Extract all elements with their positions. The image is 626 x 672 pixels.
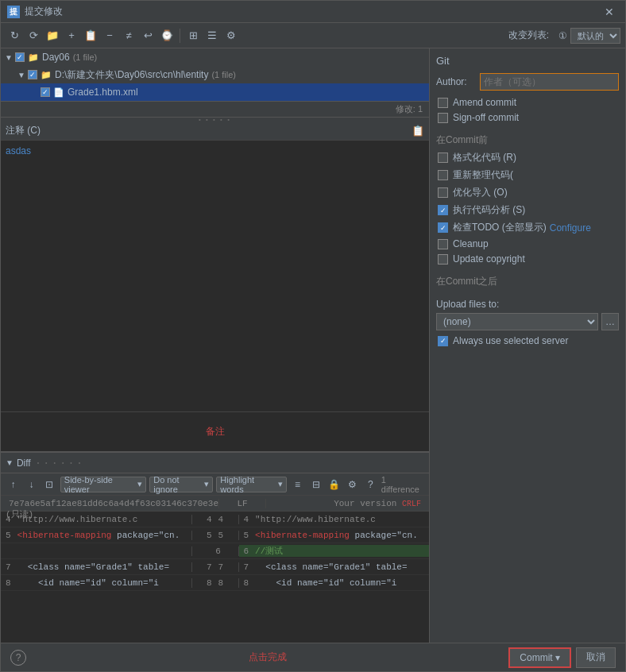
titlebar: 提 提交修改 ✕ — [1, 1, 625, 23]
tree-count-path: (1 file) — [211, 70, 236, 79]
commit-msg-label: 注释 (C) — [6, 124, 41, 137]
help-diff-icon[interactable]: ? — [363, 477, 378, 492]
main-content: ▼ ✓ 📁 Day06 (1 file) ▼ ✓ 📁 D:\新建文件夹\Day0… — [1, 48, 625, 643]
author-label: Author: — [436, 76, 480, 87]
diff-toolbar: ↑ ↓ ⊡ Side-by-side viewer ▾ Do not ignor… — [1, 473, 429, 496]
todo-checkbox[interactable]: ✓ — [438, 222, 448, 233]
history-btn[interactable]: ⌚ — [158, 27, 176, 44]
upload-select-row: (none) … — [436, 313, 619, 330]
template-icon[interactable]: 📋 — [412, 125, 424, 137]
upload-more-btn[interactable]: … — [601, 313, 619, 330]
cleanup-row: Cleanup — [436, 238, 619, 249]
tree-label-grade: Grade1.hbm.xml — [68, 87, 138, 98]
changelist-num: ① — [558, 30, 567, 41]
rearrange-checkbox[interactable] — [438, 170, 448, 180]
signoff-row: Sign-off commit — [436, 112, 619, 123]
todo-label: 检查TODO (全部显示) — [453, 221, 547, 234]
diff-btn[interactable]: ≠ — [120, 27, 137, 44]
checkbox-path[interactable]: ✓ — [28, 70, 37, 79]
format-checkbox[interactable] — [438, 153, 448, 163]
tree-label-day06: Day06 — [42, 52, 70, 63]
diff-row-1: 4 "http://www.hibernate.c 4 4 4 "http://… — [1, 512, 429, 527]
optimize-row: 优化导入 (O) — [436, 186, 619, 199]
close-button[interactable]: ✕ — [600, 4, 619, 20]
diff-right-file: Your version CRLF — [266, 499, 424, 508]
analyze-row: ✓ 执行代码分析 (S) — [436, 203, 619, 217]
add-btn[interactable]: + — [63, 27, 80, 44]
commit-msg-input[interactable]: asdas — [1, 141, 429, 411]
cancel-button[interactable]: 取消 — [576, 647, 616, 668]
diff-row-5: 8 <id name="id" column="i 8 8 8 <id name… — [1, 575, 429, 591]
author-input[interactable] — [480, 73, 619, 91]
modified-count-text: 修改: 1 — [396, 104, 423, 114]
diff-mid-encoding: LF — [218, 499, 266, 508]
checkbox-grade[interactable]: ✓ — [41, 87, 50, 97]
viewer-label: Side-by-side viewer — [64, 475, 136, 494]
diff-right-label: Your version — [334, 499, 396, 508]
lock-icon[interactable]: 🔒 — [327, 477, 342, 492]
cleanup-checkbox[interactable] — [438, 239, 448, 249]
amend-row: Amend commit — [436, 97, 619, 108]
minus-btn[interactable]: − — [101, 27, 118, 44]
amend-checkbox[interactable] — [438, 98, 448, 108]
help-label: ? — [16, 652, 21, 663]
view-btn[interactable]: ⊞ — [184, 27, 202, 44]
align-icon[interactable]: ≡ — [290, 477, 305, 492]
diff-left-1: 4 "http://www.hibernate.c — [1, 515, 191, 524]
diff-mid-3: 6 — [191, 546, 239, 556]
settings-diff-btn[interactable]: ⊡ — [42, 477, 57, 492]
next-diff-btn[interactable]: ↓ — [24, 477, 39, 492]
analyze-checkbox[interactable]: ✓ — [438, 205, 448, 215]
tree-item-grade[interactable]: ▶ ✓ 📄 Grade1.hbm.xml — [1, 83, 429, 101]
folder-btn[interactable]: 📁 — [44, 27, 61, 44]
highlight-dropdown[interactable]: Highlight words ▾ — [216, 477, 287, 492]
tree-count-day06: (1 file) — [73, 52, 98, 62]
revert-btn[interactable]: ↩ — [139, 27, 156, 44]
settings-btn[interactable]: ⚙ — [222, 27, 240, 44]
highlight-arrow: ▾ — [278, 479, 283, 489]
eye-icon: 👁 — [6, 496, 15, 499]
copyright-checkbox[interactable] — [438, 254, 448, 265]
optimize-checkbox[interactable] — [438, 187, 448, 198]
todo-row: ✓ 检查TODO (全部显示) Configure — [436, 221, 619, 234]
upload-label: Upload files to: — [436, 299, 619, 310]
side-by-side-icon[interactable]: ⊟ — [308, 477, 323, 492]
commit-button[interactable]: Commit ▾ — [508, 647, 571, 668]
changelist-select[interactable]: 默认的 — [570, 28, 620, 44]
after-commit-label: 在Commit之后 — [436, 275, 619, 288]
configure-link[interactable]: Configure — [550, 222, 591, 234]
update-btn[interactable]: ⟳ — [25, 27, 42, 44]
diff-collapse-arrow[interactable]: ▼ — [6, 458, 14, 467]
cleanup-label: Cleanup — [453, 238, 489, 249]
diff-file-header: 👁 7e7a6e5af12ae81dd6c6a4d4f63c03146c370e… — [1, 496, 429, 512]
diff-left-2: 5 <hibernate-mapping package="cn. — [1, 531, 191, 540]
bottom-bar: ? 点击完成 Commit ▾ 取消 — [1, 643, 625, 671]
list-btn[interactable]: ☰ — [203, 27, 221, 44]
prev-diff-btn[interactable]: ↑ — [6, 477, 21, 492]
viewer-dropdown[interactable]: Side-by-side viewer ▾ — [60, 477, 146, 492]
left-panel: ▼ ✓ 📁 Day06 (1 file) ▼ ✓ 📁 D:\新建文件夹\Day0… — [1, 48, 430, 643]
after-commit-section: Upload files to: (none) … ✓ Always use s… — [436, 299, 619, 350]
checkbox-day06[interactable]: ✓ — [15, 52, 25, 62]
refresh-btn[interactable]: ↻ — [6, 27, 23, 44]
tree-item-path[interactable]: ▼ ✓ 📁 D:\新建文件夹\Day06\src\cn\hl\entity (1… — [1, 66, 429, 83]
diff-mid-4: 7 7 — [191, 562, 239, 572]
diff-row-2: 5 <hibernate-mapping package="cn. 5 5 5 … — [1, 527, 429, 543]
gear-icon[interactable]: ⚙ — [345, 477, 360, 492]
tree-item-day06[interactable]: ▼ ✓ 📁 Day06 (1 file) — [1, 48, 429, 66]
help-button[interactable]: ? — [10, 650, 26, 666]
signoff-checkbox[interactable] — [438, 113, 448, 123]
main-toolbar: ↻ ⟳ 📁 + 📋 − ≠ ↩ ⌚ ⊞ ☰ ⚙ 改变列表: ① 默认的 — [1, 23, 625, 48]
arrow-day06: ▼ — [4, 52, 14, 62]
always-use-checkbox[interactable]: ✓ — [438, 336, 448, 346]
diff-left-5: 8 <id name="id" column="i — [1, 578, 191, 588]
diff-header: ▼ Diff • • • • • • — [1, 453, 429, 473]
move-btn[interactable]: 📋 — [82, 27, 99, 44]
commit-msg-area: 注释 (C) 📋 asdas 备注 — [1, 122, 429, 452]
upload-select[interactable]: (none) — [436, 313, 598, 330]
main-window: 提 提交修改 ✕ ↻ ⟳ 📁 + 📋 − ≠ ↩ ⌚ ⊞ ☰ ⚙ 改变列表: ①… — [0, 0, 626, 672]
ignore-dropdown[interactable]: Do not ignore ▾ — [149, 477, 213, 492]
app-icon: 提 — [7, 6, 20, 18]
click-text: 点击完成 — [249, 651, 287, 662]
diff-right-4: 7 <class name="Grade1" table= — [239, 562, 430, 572]
